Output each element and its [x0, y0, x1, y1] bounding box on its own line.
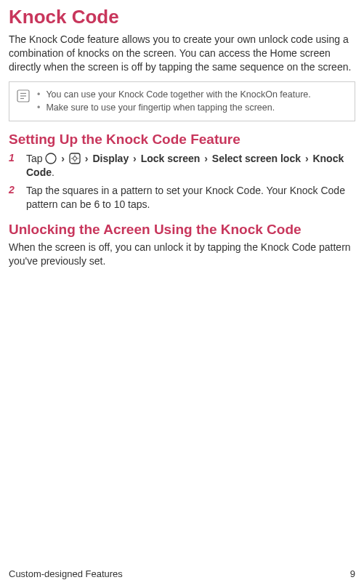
step-number: 2	[9, 184, 19, 212]
chevron-icon: ›	[204, 153, 208, 164]
step-item: 1 Tap › › Display ›	[9, 152, 355, 180]
chevron-icon: ›	[305, 153, 309, 164]
footer-label: Custom-designed Features	[9, 568, 123, 579]
step-prefix: Tap	[26, 153, 45, 164]
note-box: • You can use your Knock Code together w…	[9, 81, 355, 122]
note-icon	[17, 89, 30, 102]
svg-point-4	[46, 153, 56, 164]
home-circle-icon	[45, 153, 57, 164]
page-footer: Custom-designed Features 9	[9, 568, 355, 579]
step-text: Tap › › Display › Lock scree	[26, 152, 355, 180]
unlock-paragraph: When the screen is off, you can unlock i…	[9, 241, 355, 268]
step-text: Tap the squares in a pattern to set your…	[26, 184, 355, 212]
path-item: Lock screen	[141, 153, 201, 164]
note-content: • You can use your Knock Code together w…	[37, 88, 347, 116]
settings-icon	[69, 153, 81, 164]
page-number: 9	[350, 568, 355, 579]
intro-paragraph: The Knock Code feature allows you to cre…	[9, 33, 355, 74]
step-suffix: .	[52, 166, 54, 178]
section-title-unlock: Unlocking the Acreen Using the Knock Cod…	[9, 222, 355, 238]
chevron-icon: ›	[85, 153, 89, 164]
step-number: 1	[9, 152, 19, 180]
svg-point-6	[73, 157, 76, 161]
section-title-setup: Setting Up the Knock Code Feature	[9, 132, 355, 148]
page-title: Knock Code	[9, 6, 355, 28]
steps-list: 1 Tap › › Display ›	[9, 152, 355, 212]
chevron-icon: ›	[61, 153, 65, 164]
path-item: Display	[92, 153, 129, 164]
step-item: 2 Tap the squares in a pattern to set yo…	[9, 184, 355, 212]
note-text: Make sure to use your fingertip when tap…	[46, 101, 275, 115]
note-item: • Make sure to use your fingertip when t…	[37, 101, 347, 115]
bullet-icon: •	[37, 101, 40, 115]
note-item: • You can use your Knock Code together w…	[37, 88, 347, 102]
bullet-icon: •	[37, 88, 40, 102]
note-text: You can use your Knock Code together wit…	[46, 88, 310, 102]
path-item: Select screen lock	[212, 153, 301, 164]
chevron-icon: ›	[133, 153, 137, 164]
